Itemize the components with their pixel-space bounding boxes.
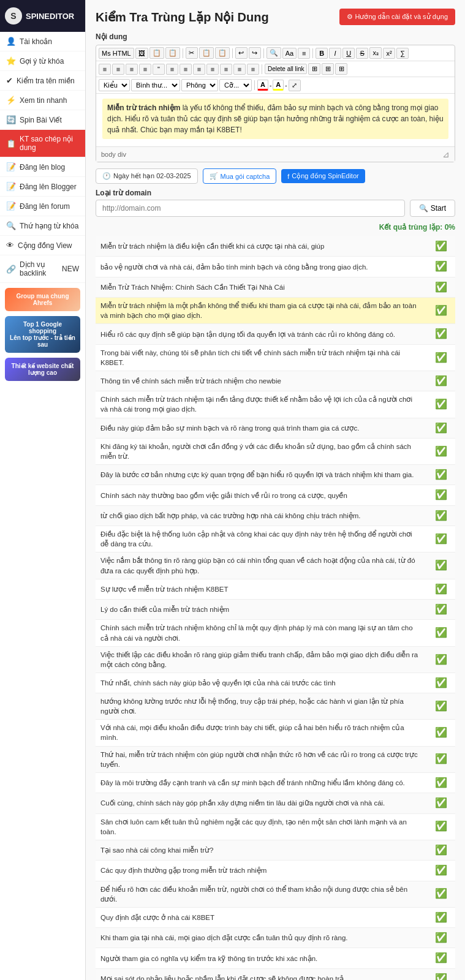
logo-text: SPINEDITOR xyxy=(26,12,74,21)
toolbar-bg-color[interactable]: A xyxy=(273,80,284,91)
toolbar-indent6[interactable]: ≡ xyxy=(233,64,246,75)
toolbar-indent2[interactable]: ≡ xyxy=(180,64,192,75)
toolbar-case[interactable]: Aa xyxy=(282,48,297,59)
sidebar-icon-goi-y-tu-khoa: ⭐ xyxy=(6,56,16,66)
row-status: ✅ xyxy=(426,418,455,438)
sidebar-item-goi-y-tu-khoa[interactable]: ⭐ Gợi ý từ khóa xyxy=(0,51,85,71)
sidebar-label-dang-len-forum: Đăng lên forum xyxy=(20,202,70,211)
toolbar-row-1: Ms HTML 🖼 📋 📋 ✂ 📋 📋 ↩ ↪ 🔍 Aa ≡ B I U S x… xyxy=(96,45,455,61)
sidebar-label-spin-bai-viet: Spin Bài Viết xyxy=(20,116,62,124)
check-icon: ✅ xyxy=(435,560,447,570)
date-button[interactable]: 🕐 Ngày hết hạn 02-03-2025 xyxy=(96,168,198,184)
toolbar-indent3[interactable]: ≡ xyxy=(193,64,205,75)
toolbar-indent1[interactable]: ≡ xyxy=(166,64,178,75)
row-text: Để hiểu rõ hơn các điều khoản miễn trừ, … xyxy=(96,881,426,907)
sidebar-item-cong-dong-view[interactable]: 👁 Cộng đồng View xyxy=(0,236,85,255)
table-row: Lý do cần thiết của miễn trừ trách nhiệm… xyxy=(96,600,455,620)
row-text: Việc nắm bắt thông tin rõ ràng giúp bạn … xyxy=(96,552,426,579)
row-status: ✅ xyxy=(426,840,455,860)
toolbar-italic[interactable]: I xyxy=(329,48,341,59)
sidebar-icon-dang-len-forum: 📝 xyxy=(6,202,16,211)
toolbar-align1[interactable]: ≡ xyxy=(99,64,111,75)
toolbar-sub[interactable]: x₂ xyxy=(369,47,382,59)
toolbar-sum[interactable]: ∑ xyxy=(396,48,409,59)
sidebar-item-dang-len-blogger[interactable]: 📝 Đăng lên Blogger xyxy=(0,177,85,197)
row-status: ✅ xyxy=(426,968,455,980)
guide-button[interactable]: ⚙ Hướng dẫn cài đặt và sử dụng xyxy=(339,9,455,25)
row-text: Miễn trừ trách nhiệm là điều kiện cần th… xyxy=(96,236,426,257)
toolbar-table3[interactable]: ⊞ xyxy=(335,63,347,75)
toolbar-cut[interactable]: ✂ xyxy=(186,47,198,59)
table-row: Chính sách này thường bao gồm việc giải … xyxy=(96,485,455,505)
toolbar-table2[interactable]: ⊞ xyxy=(322,63,334,75)
sidebar-icon-kiem-tra-ten-mien: ✔ xyxy=(6,76,13,85)
sidebar-logo: S SPINEDITOR xyxy=(0,0,85,32)
toolbar-indent4[interactable]: ≡ xyxy=(206,64,219,75)
toolbar-strike[interactable]: S xyxy=(356,48,368,59)
sidebar-item-spin-bai-viet[interactable]: 🔄 Spin Bài Viết xyxy=(0,110,85,130)
sidebar-item-dang-len-blog[interactable]: 📝 Đăng lên blog xyxy=(0,157,85,177)
toolbar-align4[interactable]: ≡ xyxy=(139,64,151,75)
toolbar-fullscreen[interactable]: ⤢ xyxy=(289,80,301,91)
toolbar-underline[interactable]: U xyxy=(342,48,355,59)
row-status: ✅ xyxy=(426,620,455,646)
table-row: Miễn trừ trách nhiệm là một phần không t… xyxy=(96,298,455,324)
toolbar-delete-link[interactable]: Delete all link xyxy=(265,64,307,74)
toolbar-font-color[interactable]: A xyxy=(257,80,268,91)
toolbar-align3[interactable]: ≡ xyxy=(126,64,138,75)
toolbar-sup[interactable]: x² xyxy=(383,48,395,59)
sidebar-item-thu-hang-tu-khoa[interactable]: 🔍 Thứ hạng từ khóa xyxy=(0,216,85,236)
start-label: Start xyxy=(431,204,446,213)
community-button[interactable]: f Cộng đồng SpinEditor xyxy=(281,169,365,183)
sidebar-item-dang-len-forum[interactable]: 📝 Đăng lên forum xyxy=(0,197,85,216)
sidebar-item-kt-sao-chep[interactable]: 📋 KT sao chép nội dung xyxy=(0,130,85,157)
sidebar-ad-ahrefs[interactable]: Group mua chung Ahrefs xyxy=(5,288,80,311)
row-status: ✅ xyxy=(426,505,455,526)
sidebar-item-kiem-tra-ten-mien[interactable]: ✔ Kiểm tra tên miền xyxy=(0,71,85,91)
toolbar-redo[interactable]: ↪ xyxy=(249,47,261,59)
toolbar-indent7[interactable]: ≡ xyxy=(247,64,259,75)
check-icon: ✅ xyxy=(435,375,447,386)
captcha-button[interactable]: 🛒 Mua gói captcha xyxy=(203,168,277,184)
toolbar-copy2[interactable]: 📋 xyxy=(165,47,180,59)
row-text: Thứ nhất, chính sách này giúp bảo vệ quy… xyxy=(96,673,426,693)
select-format[interactable]: Bình thư... xyxy=(131,79,180,91)
sidebar-item-xem-tin-nhanh[interactable]: ⚡ Xem tin nhanh xyxy=(0,91,85,110)
toolbar-ms-html[interactable]: Ms HTML xyxy=(99,48,134,59)
row-status: ✅ xyxy=(426,552,455,579)
toolbar-quote[interactable]: " xyxy=(153,64,165,75)
toolbar-bold[interactable]: B xyxy=(316,48,328,59)
select-font[interactable]: Phông xyxy=(181,79,218,91)
sidebar-item-dich-vu-backlink[interactable]: 🔗 Dịch vụ backlink NEW xyxy=(0,255,85,283)
toolbar-sep-4 xyxy=(312,48,313,58)
toolbar-indent5[interactable]: ≡ xyxy=(220,64,232,75)
row-text: Chính sách này thường bao gồm việc giải … xyxy=(96,485,426,505)
editor-highlighted-text: Miễn trừ trách nhiệm là yếu tố không thể… xyxy=(102,99,448,139)
toolbar-paste1[interactable]: 📋 xyxy=(199,47,214,59)
select-size[interactable]: Cỡ... xyxy=(219,79,252,91)
editor-resize-handle[interactable]: ⊿ xyxy=(442,149,450,159)
select-style[interactable]: Kiểu xyxy=(99,79,130,91)
sidebar-label-thu-hang-tu-khoa: Thứ hạng từ khóa xyxy=(20,222,78,230)
check-icon: ✅ xyxy=(435,533,447,544)
toolbar-paste2[interactable]: 📋 xyxy=(215,47,230,59)
result-info: Kết quả trùng lặp: 0% xyxy=(96,223,455,232)
toolbar-search[interactable]: 🔍 xyxy=(267,47,281,59)
sidebar-icon-dang-len-blog: 📝 xyxy=(6,162,16,172)
toolbar-list[interactable]: ≡ xyxy=(298,48,310,59)
sidebar-item-tai-khoan[interactable]: 👤 Tài khoản xyxy=(0,32,85,51)
toolbar-img[interactable]: 🖼 xyxy=(135,48,148,59)
sidebar-ad-shopping[interactable]: Top 1 Google shoppingLên top trước - trả… xyxy=(5,316,80,353)
toolbar-align2[interactable]: ≡ xyxy=(112,64,124,75)
row-status: ✅ xyxy=(426,391,455,418)
sidebar-ad-website[interactable]: Thiết kế website chất lượng cao xyxy=(5,358,80,381)
start-button[interactable]: 🔍 Start xyxy=(410,200,455,217)
check-icon: ✅ xyxy=(435,677,447,688)
table-row: Với nhà cái, mọi điều khoản điều được tr… xyxy=(96,720,455,746)
editor-content-area[interactable]: Miễn trừ trách nhiệm là yếu tố không thể… xyxy=(96,94,455,146)
toolbar-undo[interactable]: ↩ xyxy=(235,47,248,59)
toolbar-table1[interactable]: ⊞ xyxy=(308,63,320,75)
toolbar-copy1[interactable]: 📋 xyxy=(149,47,164,59)
domain-input[interactable] xyxy=(96,200,405,217)
check-icon: ✅ xyxy=(435,446,447,456)
